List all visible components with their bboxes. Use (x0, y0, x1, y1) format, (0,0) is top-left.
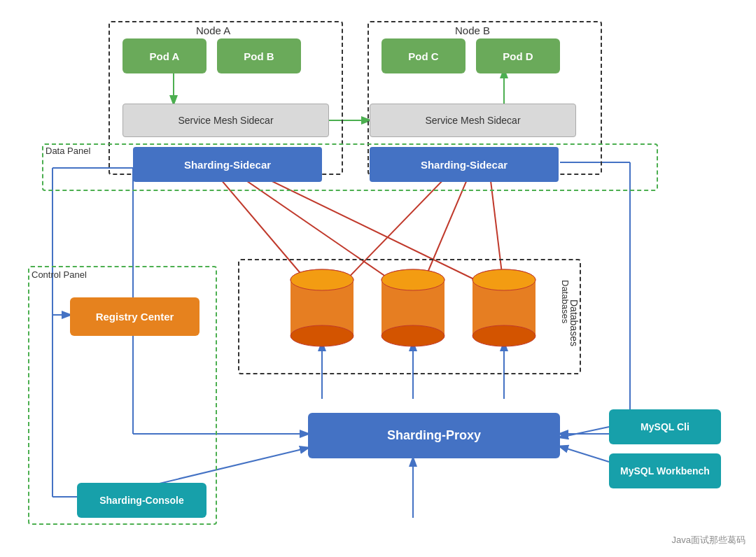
registry-center: Registry Center (70, 297, 200, 336)
pod-a: Pod A (122, 38, 206, 73)
sharding-console: Sharding-Console (77, 483, 206, 518)
pod-b: Pod B (217, 38, 301, 73)
node-b-label: Node B (455, 24, 490, 36)
databases-rotated-label: Databases (568, 299, 580, 346)
svg-point-33 (382, 269, 444, 290)
service-mesh-sidecar-1: Service Mesh Sidecar (122, 104, 329, 137)
svg-point-36 (472, 325, 536, 346)
sharding-sidecar-1: Sharding-Sidecar (133, 147, 322, 182)
mysql-cli: MySQL Cli (609, 409, 721, 444)
svg-point-29 (290, 269, 354, 290)
data-panel-label: Data Panel (46, 146, 90, 156)
database-2 (378, 266, 448, 364)
svg-line-21 (560, 446, 609, 462)
diagram-container: Node A Node B Pod A Pod B Pod C Pod D Se… (0, 0, 756, 557)
sharding-sidecar-2: Sharding-Sidecar (370, 147, 559, 182)
database-3 (469, 266, 539, 364)
sharding-proxy: Sharding-Proxy (308, 413, 560, 458)
mysql-workbench: MySQL Workbench (609, 453, 721, 488)
node-a-label: Node A (196, 24, 230, 36)
pod-d: Pod D (476, 38, 560, 73)
control-panel-label: Control Panel (31, 269, 87, 280)
pod-c: Pod C (382, 38, 465, 73)
svg-line-20 (560, 427, 609, 437)
svg-point-28 (290, 325, 354, 346)
database-1 (287, 266, 357, 364)
watermark: Java面试那些葛码 (672, 534, 746, 547)
svg-point-32 (382, 325, 444, 346)
svg-point-37 (472, 269, 536, 290)
service-mesh-sidecar-2: Service Mesh Sidecar (370, 104, 576, 137)
